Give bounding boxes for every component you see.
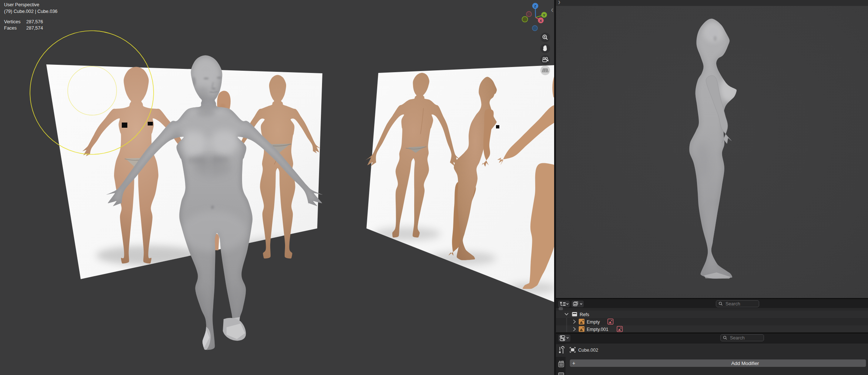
svg-text:Y: Y bbox=[543, 13, 546, 17]
svg-text:Empty: Empty bbox=[587, 319, 600, 325]
svg-text:Vertices: Vertices bbox=[4, 19, 20, 24]
svg-text:Empty.001: Empty.001 bbox=[587, 327, 609, 332]
svg-text:Z: Z bbox=[534, 4, 536, 8]
svg-text:Refs: Refs bbox=[580, 312, 589, 317]
svg-text:Search: Search bbox=[730, 335, 745, 341]
svg-text:User Perspective: User Perspective bbox=[4, 2, 39, 7]
svg-text:Search: Search bbox=[725, 301, 740, 307]
svg-text:Add Modifier: Add Modifier bbox=[731, 361, 759, 366]
svg-text:(79) Cube.002 | Cube.036: (79) Cube.002 | Cube.036 bbox=[4, 9, 57, 14]
svg-text:Cube.002: Cube.002 bbox=[578, 348, 598, 353]
svg-text:❯: ❯ bbox=[558, 0, 561, 4]
svg-text:287,574: 287,574 bbox=[26, 26, 43, 31]
svg-text:❮: ❮ bbox=[551, 8, 554, 12]
svg-text:287,576: 287,576 bbox=[26, 19, 43, 24]
svg-text:+: + bbox=[572, 360, 575, 366]
svg-text:Faces: Faces bbox=[4, 26, 17, 31]
svg-text:X: X bbox=[540, 19, 542, 23]
